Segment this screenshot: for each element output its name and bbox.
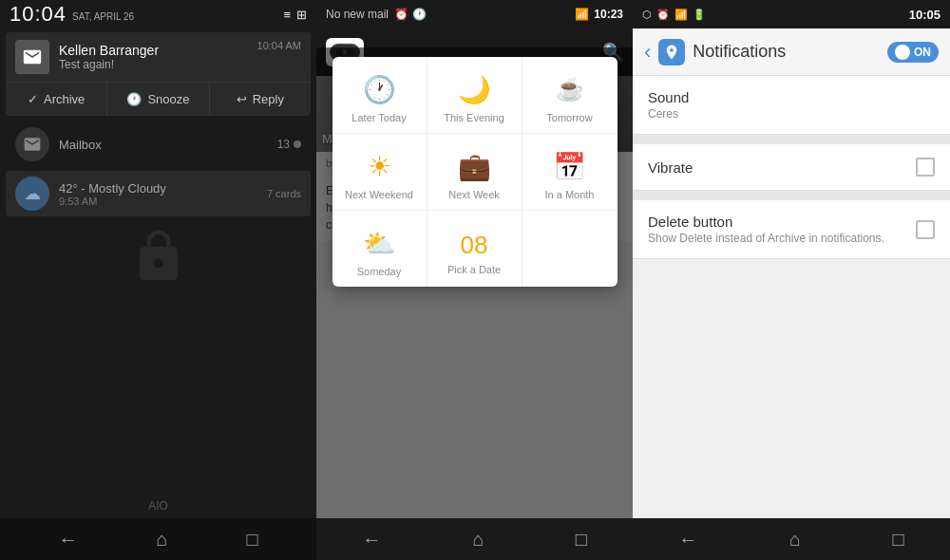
delete-button-checkbox[interactable]	[916, 220, 935, 239]
next-weekend-label: Next Weekend	[345, 189, 413, 200]
back-button-right[interactable]: ‹	[644, 40, 651, 65]
status-icons-right: ⬡ ⏰ 📶 🔋	[642, 9, 706, 21]
delete-button-text: Delete button Show Delete instead of Arc…	[648, 214, 916, 245]
snooze-picker: 🕐 Later Today 🌙 This Evening ☕ Tomorrow …	[332, 57, 618, 287]
notification-time: 10:04 AM	[257, 40, 301, 51]
in-a-month-icon: 📅	[553, 147, 586, 185]
reply-button[interactable]: ↩ Reply	[210, 83, 311, 116]
tomorrow-label: Tomorrow	[546, 112, 592, 123]
nav-bar-left	[0, 518, 316, 560]
snooze-button[interactable]: 🕐 Snooze	[107, 83, 209, 116]
panel-title: Notifications	[693, 42, 887, 62]
clock-time: 10:04	[10, 2, 66, 27]
check-icon: ✓	[28, 92, 38, 106]
alarm-icon-right: ⏰	[656, 9, 670, 21]
back-nav-mid[interactable]	[362, 529, 381, 551]
snooze-tomorrow[interactable]: ☕ Tomorrow	[522, 57, 618, 134]
notification-content: Kellen Barranger Test again!	[59, 43, 257, 71]
spacer	[0, 218, 316, 494]
vibrate-checkbox[interactable]	[916, 158, 935, 177]
vibrate-title: Vibrate	[648, 159, 916, 176]
home-nav-button[interactable]	[156, 529, 167, 551]
snooze-someday[interactable]: ⛅ Someday	[332, 211, 428, 287]
this-evening-icon: 🌙	[458, 70, 491, 108]
recent-nav-button[interactable]	[246, 529, 257, 551]
mailbox-label: Mailbox	[59, 138, 277, 152]
signal-icon: ≡	[283, 8, 291, 22]
notification-drawer: 10:04 SAT, APRIL 26 ≡ ⊞ Kellen Barranger…	[0, 0, 316, 560]
snooze-pick-a-date[interactable]: 08 Pick a Date	[428, 211, 522, 287]
status-bar-right: ⬡ ⏰ 📶 🔋 10:05	[633, 0, 950, 28]
unread-dot	[294, 140, 301, 148]
home-nav-mid[interactable]	[472, 529, 484, 551]
notifications-toggle[interactable]: ON	[887, 42, 939, 63]
archive-label: Archive	[44, 92, 85, 106]
weather-cards: 7 cards	[267, 188, 301, 199]
date-label: SAT, APRIL 26	[72, 11, 134, 22]
status-icons: ≡ ⊞	[283, 8, 307, 22]
archive-button[interactable]: ✓ Archive	[6, 83, 107, 116]
home-nav-right[interactable]	[789, 529, 801, 551]
status-bar-mid: No new mail ⏰ 🕐 📶 10:23	[316, 0, 633, 28]
mail-status: No new mail	[326, 8, 389, 21]
nav-bar-mid	[316, 518, 633, 560]
reply-icon: ↩	[237, 92, 247, 106]
toggle-knob	[895, 45, 910, 60]
notifications-settings-panel: ⬡ ⏰ 📶 🔋 10:05 ‹ Notifications ON Sound C…	[633, 0, 950, 560]
section-divider-1	[633, 135, 950, 144]
weather-row: ☁ 42° - Mostly Cloudy 9:53 AM 7 cards	[6, 171, 311, 216]
status-time-mid: 10:23	[594, 8, 623, 21]
notification-header: Kellen Barranger Test again! 10:04 AM	[6, 32, 311, 78]
settings-content: Sound Ceres Vibrate Delete button Show D…	[633, 76, 950, 518]
notification-actions: ✓ Archive 🕐 Snooze ↩ Reply	[6, 82, 311, 116]
battery-icon: 🔋	[693, 9, 706, 21]
mailbox-row: Mailbox 13	[6, 121, 311, 167]
grid-icon: ⊞	[296, 8, 307, 22]
status-bar-left: 10:04 SAT, APRIL 26 ≡ ⊞	[0, 0, 316, 28]
app-logo-right	[658, 39, 685, 65]
footer-label: AIO	[0, 494, 316, 518]
wifi-icon: 📶	[575, 8, 589, 21]
lock-background	[0, 218, 316, 294]
snooze-label: Snooze	[147, 92, 189, 106]
section-divider-2	[633, 191, 950, 200]
back-nav-right[interactable]	[678, 529, 697, 551]
in-a-month-label: In a Month	[545, 189, 595, 200]
snooze-next-week[interactable]: 💼 Next Week	[428, 134, 522, 211]
this-evening-label: This Evening	[444, 112, 504, 123]
snooze-in-a-month[interactable]: 📅 In a Month	[522, 134, 618, 211]
weather-icon: ☁	[15, 177, 49, 211]
alarm-icon: ⏰	[394, 8, 408, 21]
snooze-overlay: 🕐 Later Today 🌙 This Evening ☕ Tomorrow …	[316, 47, 633, 518]
status-mid-icons: 📶 10:23	[575, 8, 623, 21]
back-nav-button[interactable]	[58, 529, 77, 551]
later-today-label: Later Today	[352, 112, 406, 123]
settings-row-delete-button[interactable]: Delete button Show Delete instead of Arc…	[633, 200, 950, 259]
sound-subtitle: Ceres	[648, 107, 935, 121]
bluetooth-icon: ⬡	[642, 9, 652, 21]
snooze-next-weekend[interactable]: ☀ Next Weekend	[332, 134, 428, 211]
settings-row-sound[interactable]: Sound Ceres	[633, 76, 950, 135]
recent-nav-right[interactable]	[893, 529, 904, 551]
clock-icon-mid: 🕐	[412, 8, 427, 21]
delete-button-title: Delete button	[648, 214, 916, 230]
snooze-this-evening[interactable]: 🌙 This Evening	[428, 57, 522, 134]
snooze-later-today[interactable]: 🕐 Later Today	[332, 57, 428, 134]
snooze-grid: 🕐 Later Today 🌙 This Evening ☕ Tomorrow …	[332, 57, 618, 287]
clock-icon: 🕐	[126, 92, 142, 106]
right-toolbar: ‹ Notifications ON	[633, 28, 950, 76]
sound-text: Sound Ceres	[648, 89, 935, 121]
sound-title: Sound	[648, 89, 935, 105]
recent-nav-mid[interactable]	[576, 529, 587, 551]
next-weekend-icon: ☀	[368, 147, 391, 185]
notification-card: Kellen Barranger Test again! 10:04 AM ✓ …	[6, 32, 311, 116]
settings-row-vibrate[interactable]: Vibrate	[633, 144, 950, 191]
reply-label: Reply	[253, 92, 284, 106]
delete-button-subtitle: Show Delete instead of Archive in notifi…	[648, 232, 916, 245]
pick-date-label: Pick a Date	[447, 264, 501, 275]
sender-name: Kellen Barranger	[59, 43, 257, 58]
snooze-panel: No new mail ⏰ 🕐 📶 10:23 🔍 Mailbox Update…	[316, 0, 633, 560]
someday-icon: ⛅	[363, 224, 396, 262]
next-week-label: Next Week	[448, 189, 500, 200]
mailbox-count: 13	[277, 138, 290, 151]
